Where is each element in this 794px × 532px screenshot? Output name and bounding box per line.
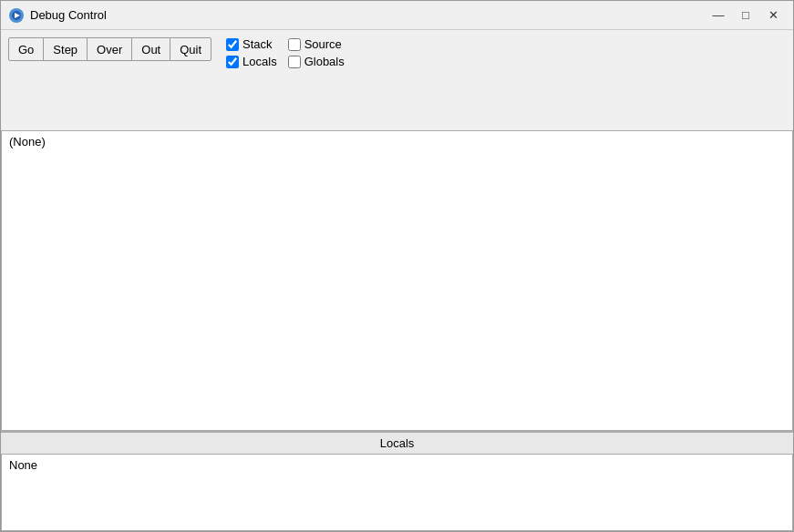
stack-panel: (None) bbox=[1, 130, 793, 431]
source-checkbox-item: Source bbox=[288, 37, 345, 51]
minimize-button[interactable]: — bbox=[706, 5, 731, 26]
globals-checkbox-item: Globals bbox=[288, 55, 345, 68]
stack-label[interactable]: Stack bbox=[242, 37, 273, 51]
stack-checkbox-item: Stack bbox=[226, 37, 277, 51]
view-checkboxes: Stack Source Locals Globals bbox=[226, 37, 345, 68]
locals-checkbox-item: Locals bbox=[226, 55, 277, 68]
go-button[interactable]: Go bbox=[8, 37, 44, 61]
locals-content: None bbox=[2, 455, 792, 476]
over-button[interactable]: Over bbox=[87, 37, 132, 61]
globals-label[interactable]: Globals bbox=[304, 55, 345, 68]
locals-checkbox-label[interactable]: Locals bbox=[242, 55, 277, 68]
step-button[interactable]: Step bbox=[43, 37, 88, 61]
window-title: Debug Control bbox=[30, 8, 706, 22]
locals-section: Locals None bbox=[1, 431, 793, 531]
title-bar: Debug Control — □ ✕ bbox=[1, 1, 793, 30]
app-icon bbox=[8, 7, 25, 24]
stack-checkbox[interactable] bbox=[226, 38, 239, 51]
locals-area[interactable]: None bbox=[1, 455, 793, 531]
quit-button[interactable]: Quit bbox=[170, 37, 211, 61]
debug-control-window: Debug Control — □ ✕ Go Step Over Out Qui… bbox=[0, 0, 794, 532]
stack-content: (None) bbox=[2, 131, 792, 152]
out-button[interactable]: Out bbox=[131, 37, 170, 61]
locals-header: Locals bbox=[1, 432, 793, 455]
close-button[interactable]: ✕ bbox=[760, 5, 786, 26]
debug-buttons: Go Step Over Out Quit bbox=[8, 37, 211, 61]
source-label[interactable]: Source bbox=[304, 37, 342, 51]
globals-checkbox[interactable] bbox=[288, 56, 301, 68]
main-content: (None) Locals None bbox=[1, 76, 793, 531]
toolbar: Go Step Over Out Quit Stack Source Local… bbox=[1, 30, 793, 76]
spacer bbox=[1, 76, 793, 130]
locals-checkbox[interactable] bbox=[226, 56, 239, 68]
maximize-button[interactable]: □ bbox=[733, 5, 758, 26]
window-controls: — □ ✕ bbox=[706, 5, 786, 26]
stack-area[interactable]: (None) bbox=[1, 130, 793, 431]
source-checkbox[interactable] bbox=[288, 38, 301, 51]
